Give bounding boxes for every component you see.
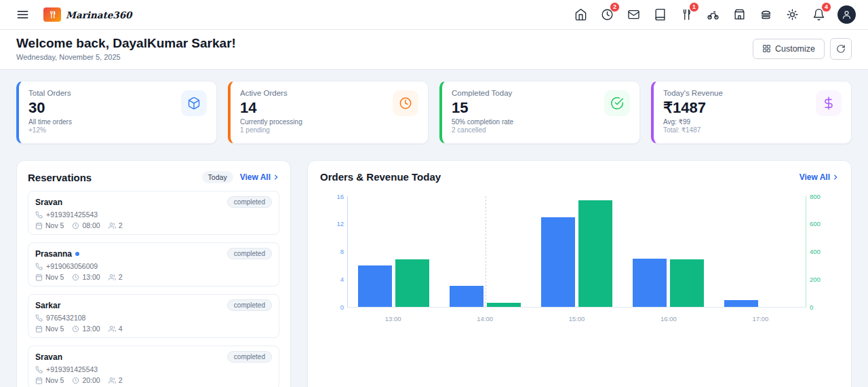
stats-row: Total Orders 30 All time orders +12% Act… — [0, 70, 868, 144]
reservation-row[interactable]: Sarkar completed 9765432108 Nov 5 13:00 … — [28, 294, 279, 338]
reservations-view-all-link[interactable]: View All — [240, 172, 279, 182]
reservations-panel: Reservations Today View All Sravan compl… — [16, 160, 291, 387]
reservation-row[interactable]: Sravan completed +919391425543 Nov 5 08:… — [28, 191, 279, 235]
refresh-icon — [836, 44, 846, 54]
reservation-row[interactable]: Sravan completed +919391425543 Nov 5 20:… — [28, 346, 279, 387]
orders-bar-17:00[interactable] — [724, 300, 758, 307]
calendar-icon — [35, 274, 43, 281]
app-logo[interactable]: Marinate360 — [43, 7, 132, 22]
bell-icon[interactable]: 4 — [808, 5, 829, 25]
hamburger-menu-icon[interactable] — [12, 5, 33, 25]
reservation-phone: +919063056009 — [46, 262, 98, 270]
revenue-bar-15:00[interactable] — [578, 200, 612, 307]
left-axis-tick: 12 — [323, 221, 344, 227]
time-icon — [72, 222, 79, 229]
left-axis-tick: 4 — [323, 276, 344, 283]
status-badge: completed — [227, 196, 272, 208]
phone-icon — [35, 314, 43, 322]
bell-badge: 4 — [821, 2, 831, 12]
stat-subtext-2: Total: ₹1487 — [663, 126, 723, 134]
stat-label: Active Orders — [240, 89, 302, 97]
guests-icon — [108, 325, 116, 333]
user-avatar[interactable] — [837, 5, 856, 24]
today-filter-pill[interactable]: Today — [202, 171, 233, 183]
reservation-phone: +919391425543 — [46, 365, 98, 373]
phone-icon — [35, 263, 43, 270]
orders-bar-15:00[interactable] — [541, 217, 575, 307]
store-icon[interactable] — [729, 5, 749, 25]
time-icon — [72, 377, 79, 384]
calendar-icon — [35, 377, 43, 384]
phone-icon — [35, 366, 43, 373]
chart-title: Orders & Revenue Today — [320, 171, 441, 183]
stat-card-active-orders: Active Orders 14 Currently processing 1 … — [228, 81, 429, 144]
revenue-bar-13:00[interactable] — [395, 259, 429, 307]
delivery-bike-icon[interactable] — [703, 5, 723, 25]
date-text: Wednesday, November 5, 2025 — [16, 53, 236, 61]
x-axis-label: 14:00 — [439, 315, 530, 322]
orders-bar-16:00[interactable] — [633, 259, 667, 307]
reservation-date: Nov 5 — [45, 325, 64, 333]
guests-icon — [108, 222, 116, 229]
stat-subtext-2: 2 cancelled — [452, 126, 513, 134]
reservation-date: Nov 5 — [45, 273, 64, 281]
clock-badge: 2 — [610, 2, 620, 12]
orders-bar-13:00[interactable] — [358, 265, 392, 307]
home-icon[interactable] — [570, 5, 591, 25]
stat-subtext-2: 1 pending — [240, 126, 302, 134]
right-axis-tick: 800 — [810, 193, 835, 200]
x-axis-label: 13:00 — [347, 315, 439, 322]
bar-group-13:00 — [348, 196, 439, 307]
right-axis-tick: 400 — [810, 248, 835, 255]
refresh-button[interactable] — [830, 38, 852, 60]
stat-subtext: All time orders — [28, 118, 72, 126]
revenue-bar-16:00[interactable] — [670, 259, 704, 307]
dining-badge: 1 — [689, 2, 699, 12]
reservation-row[interactable]: Prasanna completed +919063056009 Nov 5 1… — [28, 242, 279, 287]
left-axis-tick: 16 — [323, 193, 344, 200]
menu-book-icon[interactable] — [650, 5, 670, 25]
reservation-guests: 4 — [119, 325, 123, 333]
orders-bar-14:00[interactable] — [450, 286, 484, 307]
main-content: Reservations Today View All Sravan compl… — [0, 144, 868, 387]
right-axis-tick: 600 — [810, 221, 835, 227]
x-axis-label: 16:00 — [623, 315, 714, 322]
top-navbar: Marinate360 2 1 — [0, 0, 868, 30]
clock-icon[interactable]: 2 — [597, 5, 617, 25]
stat-value: ₹1487 — [663, 99, 723, 117]
reservations-title: Reservations — [28, 172, 92, 183]
bar-group-15:00 — [531, 196, 623, 307]
status-badge: completed — [227, 299, 272, 311]
stat-label: Completed Today — [452, 89, 513, 97]
orders-revenue-panel: Orders & Revenue Today View All 04812160… — [307, 160, 852, 387]
reservation-name: Sravan — [35, 198, 62, 207]
welcome-bar: Welcome back, DayalKumar Sarkar! Wednesd… — [0, 30, 868, 70]
reservation-guests: 2 — [119, 376, 123, 384]
x-axis-label: 17:00 — [715, 315, 806, 322]
dining-icon[interactable]: 1 — [676, 5, 696, 25]
left-axis-tick: 0 — [323, 303, 344, 310]
time-icon — [72, 325, 79, 333]
customize-button[interactable]: Customize — [753, 39, 825, 59]
calendar-icon — [35, 222, 43, 229]
x-axis-labels: 13:0014:0015:0016:0017:00 — [347, 315, 806, 322]
revenue-bar-14:00[interactable] — [487, 303, 521, 307]
stat-subtext: Avg: ₹99 — [663, 118, 723, 126]
logo-text: Marinate360 — [66, 10, 132, 20]
x-axis-label: 15:00 — [531, 315, 623, 322]
customize-label: Customize — [775, 44, 815, 54]
mail-icon[interactable] — [623, 5, 644, 25]
stat-subtext-2: +12% — [28, 126, 72, 134]
chart-view-all-link[interactable]: View All — [800, 172, 839, 182]
right-axis-tick: 200 — [810, 276, 835, 283]
calendar-icon — [35, 325, 43, 333]
stat-subtext: 50% completion rate — [452, 118, 513, 126]
reservation-phone: 9765432108 — [46, 314, 85, 322]
reservation-phone: +919391425543 — [46, 210, 98, 219]
status-badge: completed — [227, 248, 272, 259]
bar-group-17:00 — [714, 196, 806, 307]
food-icon[interactable] — [755, 5, 776, 25]
reservation-name: Sravan — [35, 352, 62, 362]
reservation-name: Sarkar — [35, 301, 60, 310]
settings-gear-icon[interactable] — [782, 5, 802, 25]
